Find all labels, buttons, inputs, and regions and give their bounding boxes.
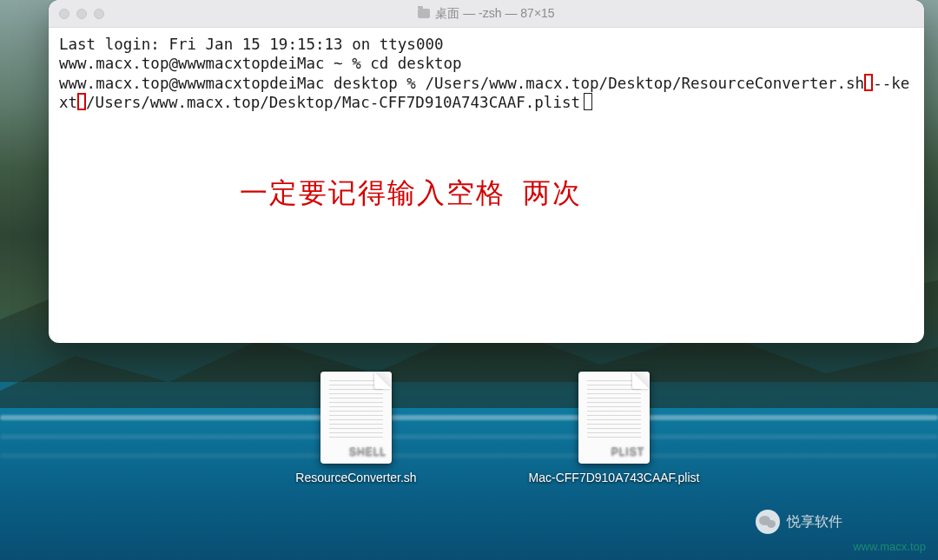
space-marker-icon bbox=[77, 93, 86, 110]
desktop-file[interactable]: SHELL ResourceConverter.sh bbox=[278, 372, 434, 486]
wechat-icon bbox=[756, 510, 780, 534]
ocean bbox=[0, 408, 938, 560]
terminal-line: www.macx.top@wwwmacxtopdeiMac desktop % … bbox=[59, 75, 864, 92]
space-marker-icon bbox=[864, 74, 873, 91]
desktop-file[interactable]: PLIST Mac-CFF7D910A743CAAF.plist bbox=[523, 372, 705, 486]
window-controls[interactable] bbox=[59, 9, 104, 19]
site-watermark: www.macx.top bbox=[853, 540, 926, 553]
folder-icon bbox=[418, 9, 430, 18]
terminal-cursor bbox=[584, 93, 592, 110]
terminal-line: www.macx.top@wwwmacxtopdeiMac ~ % cd des… bbox=[59, 55, 462, 72]
terminal-line: Last login: Fri Jan 15 19:15:13 on ttys0… bbox=[59, 36, 444, 53]
terminal-line: /Users/www.macx.top/Desktop/Mac-CFF7D910… bbox=[86, 94, 580, 111]
minimize-icon[interactable] bbox=[76, 9, 87, 19]
wechat-watermark: 悦享软件 bbox=[756, 510, 842, 534]
file-type-tag: SHELL bbox=[349, 445, 386, 458]
zoom-icon[interactable] bbox=[94, 9, 104, 19]
file-icon: PLIST bbox=[578, 372, 650, 464]
window-titlebar[interactable]: 桌面 — -zsh — 87×15 bbox=[49, 0, 924, 28]
annotation-text: 一定要记得输入空格 两次 bbox=[240, 175, 582, 211]
close-icon[interactable] bbox=[59, 9, 69, 19]
desktop-wallpaper: 桌面 — -zsh — 87×15 Last login: Fri Jan 15… bbox=[0, 0, 938, 560]
terminal-content[interactable]: Last login: Fri Jan 15 19:15:13 on ttys0… bbox=[49, 28, 924, 343]
file-type-tag: PLIST bbox=[611, 445, 644, 458]
file-label: ResourceConverter.sh bbox=[278, 471, 434, 486]
terminal-window[interactable]: 桌面 — -zsh — 87×15 Last login: Fri Jan 15… bbox=[49, 0, 924, 343]
file-label: Mac-CFF7D910A743CAAF.plist bbox=[523, 471, 705, 486]
file-icon: SHELL bbox=[320, 372, 392, 464]
wechat-label: 悦享软件 bbox=[787, 513, 842, 531]
window-title: 桌面 — -zsh — 87×15 bbox=[435, 6, 554, 22]
